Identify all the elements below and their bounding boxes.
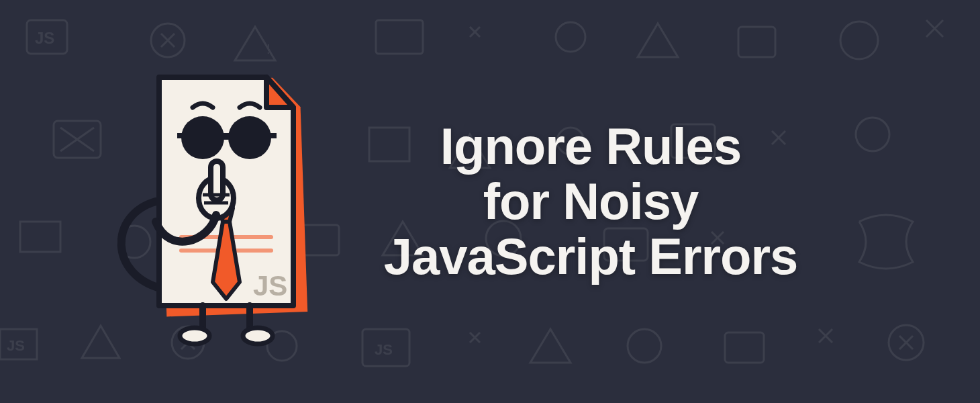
- svg-rect-30: [222, 133, 232, 140]
- svg-point-29: [228, 116, 271, 159]
- svg-rect-31: [177, 133, 185, 138]
- title-line-1: Ignore Rules: [440, 118, 741, 175]
- title-line-2: for Noisy: [483, 173, 698, 230]
- svg-point-28: [181, 116, 224, 159]
- hero-content: JS Ignore Rules for Noisy JavaScript Err…: [0, 0, 980, 403]
- svg-point-41: [180, 328, 209, 344]
- svg-point-42: [243, 328, 273, 344]
- mascot-js-label: JS: [253, 270, 287, 302]
- mascot-character: JS: [115, 54, 330, 349]
- svg-rect-32: [268, 133, 277, 138]
- hero-title: Ignore Rules for Noisy JavaScript Errors: [384, 119, 798, 284]
- title-line-3: JavaScript Errors: [384, 228, 798, 285]
